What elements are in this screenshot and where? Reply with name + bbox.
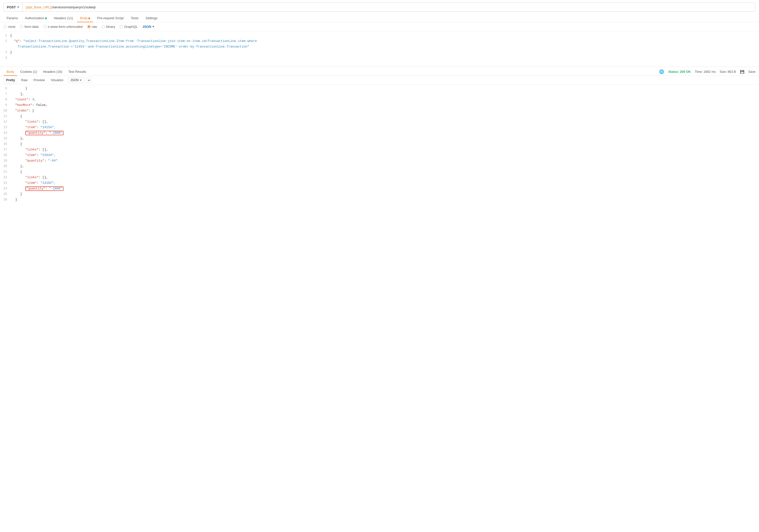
status-text: Status: 200 OK xyxy=(668,70,691,74)
option-raw[interactable]: raw xyxy=(87,25,97,28)
resp-line-content: { xyxy=(10,142,759,147)
url-bar: POST {{api_Base_URL}}/services/rest/quer… xyxy=(4,3,755,12)
radio-raw[interactable] xyxy=(87,25,91,28)
tab-body[interactable]: Body xyxy=(77,14,93,22)
resp-tab-body[interactable]: Body xyxy=(4,68,17,76)
save-label[interactable]: Save xyxy=(748,70,756,74)
tab-params[interactable]: Params xyxy=(4,14,21,22)
resp-line-8: 8"count": 3, xyxy=(0,97,759,102)
option-urlencoded-label: x-www-form-urlencoded xyxy=(48,25,83,28)
resp-line-number: 15 xyxy=(0,136,10,141)
resp-line-number: 18 xyxy=(0,153,10,158)
resp-line-content: "quantity": "-1000" xyxy=(10,186,759,191)
resp-line-6: 6} xyxy=(0,86,759,91)
resp-line-number: 16 xyxy=(0,142,10,147)
authorization-dot xyxy=(45,18,47,19)
line-number: 3 xyxy=(0,50,10,55)
option-formdata-label: form-data xyxy=(24,25,39,28)
resp-line-number: 20 xyxy=(0,164,10,169)
resp-tab-testresults[interactable]: Test Results xyxy=(65,68,89,76)
json-format-dropdown[interactable]: JSON xyxy=(142,25,154,28)
radio-graphql[interactable] xyxy=(120,25,123,28)
line-number: 2 xyxy=(0,39,10,44)
req-line-1: 1 { xyxy=(0,33,759,38)
method-label: POST xyxy=(7,5,16,9)
save-icon[interactable]: 💾 xyxy=(740,70,744,74)
url-path: /services/rest/query/v1/suiteql xyxy=(52,5,96,9)
resp-line-number: 19 xyxy=(0,158,10,163)
json-response-dropdown[interactable]: JSON xyxy=(68,77,84,83)
option-urlencoded[interactable]: x-www-form-urlencoded xyxy=(43,25,83,28)
resp-line-24: 24"quantity": "-1000" xyxy=(0,186,759,191)
json-format-label: JSON xyxy=(142,25,151,28)
resp-line-content: "hasMore": false, xyxy=(10,103,759,108)
resp-line-15: 15}, xyxy=(0,136,759,141)
json-resp-chevron-icon xyxy=(80,80,82,81)
resp-line-number: 23 xyxy=(0,180,10,186)
resp-line-content: ], xyxy=(10,92,759,96)
resp-tab-cookies[interactable]: Cookies (1) xyxy=(17,68,40,76)
resp-tab-headers[interactable]: Headers (16) xyxy=(40,68,65,76)
line-content: Transactionline.Transaction·='11453'·and… xyxy=(10,44,759,49)
resp-line-10: 10"items": [ xyxy=(0,108,759,114)
radio-none[interactable] xyxy=(4,25,7,28)
visualize-button[interactable]: Visualize xyxy=(48,77,66,83)
resp-line-number: 12 xyxy=(0,119,10,124)
resp-line-number: 11 xyxy=(0,114,10,119)
resp-line-22: 22"links": [], xyxy=(0,175,759,180)
body-options-row: none form-data x-www-form-urlencoded raw… xyxy=(0,22,759,31)
request-body-editor[interactable]: 1 { 2 "q": "select·TransactionLine.Quant… xyxy=(0,31,759,67)
json-response-label: JSON xyxy=(70,78,79,82)
resp-line-number: 14 xyxy=(0,131,10,135)
wrap-symbol: ⇌ xyxy=(88,79,90,82)
line-content: { xyxy=(10,33,759,38)
option-formdata[interactable]: form-data xyxy=(20,25,39,28)
line-number: 4 xyxy=(0,56,10,60)
tab-authorization[interactable]: Authorization xyxy=(22,14,50,22)
resp-line-content: "count": 3, xyxy=(10,97,759,102)
resp-line-content: "quantity": "-2000" xyxy=(10,131,759,135)
radio-urlencoded[interactable] xyxy=(43,25,47,28)
wrap-icon[interactable]: ⇌ xyxy=(86,77,92,83)
req-line-4: 4 xyxy=(0,55,759,61)
tab-tests[interactable]: Tests xyxy=(128,14,141,22)
option-graphql-label: GraphQL xyxy=(124,25,138,28)
resp-line-number: 6 xyxy=(0,86,10,91)
option-graphql[interactable]: GraphQL xyxy=(120,25,138,28)
tab-headers[interactable]: Headers (11) xyxy=(51,14,76,22)
resp-line-number: 8 xyxy=(0,97,10,102)
resp-line-number: 24 xyxy=(0,186,10,191)
tab-settings[interactable]: Settings xyxy=(142,14,160,22)
resp-line-content: }, xyxy=(10,136,759,141)
resp-line-content: } xyxy=(10,192,759,197)
resp-line-17: 17"links": [], xyxy=(0,147,759,152)
pretty-button[interactable]: Pretty xyxy=(4,77,18,83)
resp-line-14: 14"quantity": "-2000" xyxy=(0,130,759,136)
method-select[interactable]: POST xyxy=(4,3,22,11)
req-line-2: 2 "q": "select·TransactionLine.Quantity,… xyxy=(0,38,759,44)
preview-button[interactable]: Preview xyxy=(31,77,47,83)
method-chevron-icon xyxy=(17,7,19,8)
resp-line-21: 21{ xyxy=(0,169,759,175)
resp-line-25: 25} xyxy=(0,191,759,197)
req-line-3: 3 } xyxy=(0,50,759,55)
option-binary[interactable]: binary xyxy=(102,25,115,28)
url-input[interactable]: {{api_Base_URL}}/services/rest/query/v1/… xyxy=(22,5,755,9)
url-variable: {{api_Base_URL}} xyxy=(25,5,52,9)
option-none[interactable]: none xyxy=(4,25,16,28)
resp-line-number: 7 xyxy=(0,92,10,96)
resp-line-11: 11{ xyxy=(0,114,759,119)
raw-button[interactable]: Raw xyxy=(19,77,30,83)
resp-line-number: 25 xyxy=(0,192,10,197)
radio-formdata[interactable] xyxy=(20,25,23,28)
resp-line-content: }, xyxy=(10,164,759,169)
resp-line-26: 26] xyxy=(0,197,759,203)
resp-line-number: 9 xyxy=(0,103,10,108)
radio-binary[interactable] xyxy=(102,25,105,28)
resp-line-content: { xyxy=(10,170,759,174)
resp-line-content: "quantity": "-64" xyxy=(10,158,759,163)
size-text: Size: 863 B xyxy=(720,70,736,74)
tab-prerequest[interactable]: Pre-request Script xyxy=(94,14,127,22)
response-tabs-row: Body Cookies (1) Headers (16) Test Resul… xyxy=(0,68,759,76)
globe-icon: 🌐 xyxy=(659,69,664,74)
